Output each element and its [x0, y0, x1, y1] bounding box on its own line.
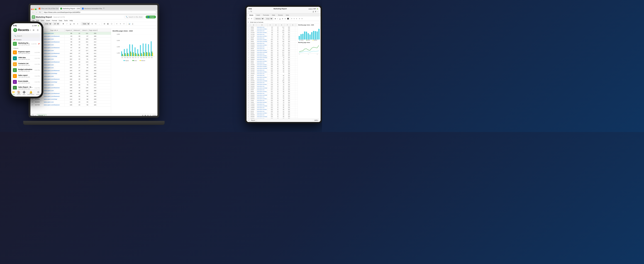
tablet-extra-cell[interactable]: [290, 96, 295, 98]
tablet-pageviews-cell[interactable]: 203: [284, 76, 290, 78]
tablet-direct-cell[interactable]: 92: [279, 94, 284, 96]
tablet-extra-cell[interactable]: [290, 40, 295, 42]
pageviews-cell[interactable]: 195: [89, 66, 97, 69]
tablet-url-cell[interactable]: www.zyker.com: [257, 48, 268, 49]
direct-cell[interactable]: 134: [81, 89, 89, 92]
tablet-organic-cell[interactable]: 122: [268, 91, 273, 92]
menu-data[interactable]: Data: [59, 20, 62, 22]
tablet-organic-cell[interactable]: 106: [268, 58, 273, 60]
referral-cell[interactable]: 12: [73, 32, 81, 35]
tablet-direct-cell[interactable]: 88: [279, 100, 284, 101]
table-row[interactable]: 12 2/26/20 www.zyker.com 102 15 94 211: [246, 46, 297, 48]
url-cell[interactable]: www.zyker.com: [43, 84, 65, 86]
menu-tools[interactable]: Tools: [64, 20, 68, 22]
tablet-referral-cell[interactable]: 20: [273, 55, 279, 56]
table-row[interactable]: 32 5/15/20 www.zyker.com 116 20 88 224: [246, 82, 297, 84]
tablet-pageviews-cell[interactable]: 226: [284, 37, 290, 39]
tablet-pageviews-cell[interactable]: 238: [284, 100, 290, 101]
text-color-btn[interactable]: A: [76, 22, 79, 25]
table-row[interactable]: 47 7/25/20 www.zyker.com/feat... 135 22 …: [246, 108, 297, 110]
list-item[interactable]: ≡ Contacts List Last opened by you 6:11 …: [11, 61, 42, 67]
tablet-pageviews-cell[interactable]: 223: [284, 69, 290, 71]
organic-cell[interactable]: 102: [65, 61, 73, 63]
tablet-referral-cell[interactable]: 15: [273, 46, 279, 48]
table-row[interactable]: 36 6/3/20 www.zyker.com 121 20 95 236: [246, 89, 297, 91]
tablet-referral-cell[interactable]: 20: [273, 66, 279, 67]
organic-cell[interactable]: 97: [65, 49, 73, 52]
tablet-organic-cell[interactable]: 114: [268, 80, 273, 82]
tablet-date-cell[interactable]: 7/6/20: [250, 102, 257, 103]
url-cell[interactable]: www.zyker.com: [43, 75, 65, 78]
ribbon-tab-data[interactable]: Data: [271, 14, 276, 16]
tablet-organic-cell[interactable]: 132: [268, 103, 273, 105]
tablet-direct-cell[interactable]: 88: [279, 68, 284, 69]
tablet-date-cell[interactable]: 1/11/20: [250, 32, 257, 33]
close-window-btn[interactable]: [31, 8, 32, 10]
tablet-url-cell[interactable]: www.zyker.com: [257, 53, 268, 55]
direct-cell[interactable]: 84: [81, 52, 89, 55]
tablet-extra-cell[interactable]: [290, 39, 295, 40]
direct-cell[interactable]: 148: [81, 78, 89, 80]
tablet-pageviews-cell[interactable]: 249: [284, 107, 290, 108]
insert-chart-btn[interactable]: 📊: [128, 22, 130, 25]
tablet-date-cell[interactable]: 6/20/20: [250, 96, 257, 98]
table-row[interactable]: 17 3/13/20 www.zyker.com/feat... 106 20 …: [246, 55, 297, 57]
tablet-date-cell[interactable]: 8/5/20: [250, 112, 257, 114]
tablet-date-cell[interactable]: 6/3/20: [250, 89, 257, 90]
new-tab-btn[interactable]: +: [102, 6, 106, 10]
organic-cell[interactable]: 108: [65, 92, 73, 95]
direct-cell[interactable]: 117: [81, 49, 89, 52]
tablet-organic-cell[interactable]: 106: [268, 57, 273, 58]
tablet-pageviews-cell[interactable]: 189: [284, 28, 290, 30]
merge-btn[interactable]: ⬡: [110, 22, 113, 25]
referral-cell[interactable]: 20: [73, 61, 81, 63]
pageviews-cell[interactable]: 226: [89, 49, 97, 52]
tablet-extra-cell[interactable]: [290, 87, 295, 89]
tablet-date-cell[interactable]: 2/13/20: [250, 42, 257, 44]
tablet-referral-cell[interactable]: 18: [273, 110, 279, 112]
tablet-col-f[interactable]: F: [284, 24, 290, 26]
tablet-date-cell[interactable]: 1/17/20: [250, 35, 257, 37]
organic-cell[interactable]: 106: [65, 78, 73, 80]
tablet-date-cell[interactable]: 5/1/20: [250, 74, 257, 76]
direct-cell[interactable]: 123: [81, 61, 89, 63]
tablet-referral-cell[interactable]: 20: [273, 114, 279, 116]
referral-cell[interactable]: 20: [73, 69, 81, 72]
tablet-extra-cell[interactable]: [290, 94, 295, 96]
url-cell[interactable]: www.zyker.com/features/: [43, 52, 65, 55]
tablet-date-cell[interactable]: 4/9/20: [250, 62, 257, 64]
tablet-direct-cell[interactable]: 117: [279, 37, 284, 39]
organic-cell[interactable]: 93: [65, 35, 73, 38]
tablet-sheet-tab[interactable]: Report: [249, 119, 257, 122]
align-center-btn[interactable]: ≡: [119, 22, 122, 25]
tablet-url-cell[interactable]: www.zyker.com: [257, 58, 268, 60]
tablet-pageviews-cell[interactable]: 249: [284, 116, 290, 117]
tablet-url-cell[interactable]: www.zyker.com/feat...: [257, 50, 268, 51]
tablet-direct-cell[interactable]: 56: [279, 71, 284, 72]
direct-cell[interactable]: 91: [81, 58, 89, 60]
menu-help[interactable]: Help: [70, 20, 73, 22]
tablet-date-cell[interactable]: 1/6/20: [250, 28, 257, 30]
tablet-referral-cell[interactable]: 22: [273, 84, 279, 85]
tablet-referral-cell[interactable]: 20: [273, 69, 279, 71]
tablet-extra-cell[interactable]: [290, 64, 295, 66]
tablet-referral-cell[interactable]: 22: [273, 74, 279, 76]
tablet-url-cell[interactable]: www.zyker.com/feat...: [257, 60, 268, 62]
tablet-date-cell[interactable]: 1/17/20: [250, 34, 257, 35]
tablet-url-cell[interactable]: www.zyker.com: [257, 26, 268, 28]
tablet-pageviews-cell[interactable]: 229: [284, 78, 290, 80]
ribbon-undo[interactable]: ↺: [248, 18, 250, 20]
tablet-organic-cell[interactable]: 93: [268, 28, 273, 30]
tablet-pageviews-cell[interactable]: 232: [284, 87, 290, 89]
table-row[interactable]: 28 5/1/20 www.zyker.com 112 22 88 222: [246, 74, 297, 76]
ribbon-redo[interactable]: ↻: [250, 18, 253, 20]
table-row[interactable]: 33 5/18/20 www.zyker.com/feat... 118 22 …: [246, 84, 297, 85]
table-row[interactable]: 25 4/14/20 www.zyker.com 108 20 95 223: [246, 69, 297, 71]
tablet-direct-cell[interactable]: 134: [279, 62, 284, 64]
tablet-date-cell[interactable]: 2/6/20: [250, 37, 257, 39]
direct-cell[interactable]: 109: [81, 38, 89, 40]
tablet-direct-cell[interactable]: 93: [279, 34, 284, 35]
tablet-direct-cell[interactable]: 76: [279, 92, 284, 94]
tablet-url-cell[interactable]: www.zyker.com: [257, 42, 268, 44]
tablet-pageviews-cell[interactable]: 245: [284, 105, 290, 106]
